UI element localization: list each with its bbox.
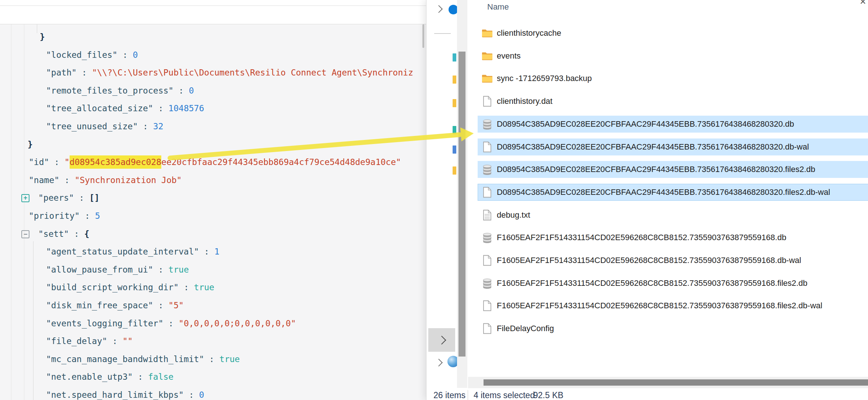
file-row[interactable]: F1605EAF2F1F514331154CD02E596268C8CB8152… [478,252,868,269]
file-icon [482,96,493,107]
json-line: "tree_unused_size" : 32 [46,120,164,133]
status-bar: 26 items 4 items selected 92.5 KB [426,389,868,400]
items-count: 26 items [433,390,465,400]
json-line: "path" : "\\?\C:\Users\Public\Documents\… [46,66,413,79]
json-token: "disk_min_free_space" [46,301,153,310]
database-icon-wrap [481,119,493,130]
file-row[interactable]: debug.txt [478,207,868,224]
folder-icon [482,73,493,84]
file-name: events [497,51,521,61]
database-icon-wrap [481,278,493,289]
file-icon [482,255,493,266]
collapse-node-icon[interactable]: − [21,230,29,238]
json-token: "build_script_working_dir" [46,283,179,292]
json-line: "build_script_working_dir" : true [46,281,214,294]
json-token: "net.enable_utp3" [46,372,133,382]
json-line: } [40,31,45,43]
json-token: : [59,175,75,185]
expand-node-icon[interactable]: + [21,194,29,202]
file-row[interactable]: D08954C385AD9EC028EE20CFBFAAC29F44345EBB… [478,161,868,178]
database-icon-wrap [481,164,493,175]
folder-icon [482,28,493,39]
json-scrollbar-thumb[interactable] [422,24,424,48]
json-token: : [74,193,89,203]
json-token: "events_logging_filter" [46,319,164,328]
file-row[interactable]: D08954C385AD9EC028EE20CFBFAAC29F44345EBB… [478,116,868,133]
indent-guide [37,24,37,33]
file-name: F1605EAF2F1F514331154CD02E596268C8CB8152… [497,278,808,288]
json-token: "priority" [29,211,80,221]
file-name: debug.txt [497,210,530,220]
folder-icon-wrap [481,73,493,84]
json-line: "tree_allocated_size" : 1048576 [46,102,204,115]
nav-peek-button[interactable] [428,328,455,352]
file-row[interactable]: clienthistory.dat [478,93,868,110]
file-list: clienthistorycache events sync -17126597… [426,0,868,372]
chevron-right-icon [437,336,446,344]
file-icon-wrap [481,323,493,334]
file-icon [482,141,493,152]
file-explorer-window: ✕ Name clienthistorycache events sync -1… [426,0,868,400]
json-line: } [28,138,33,151]
json-token: "mc_can_manage_bandwidth_limit" [46,354,204,364]
file-row[interactable]: FileDelayConfig [478,320,868,337]
gutter-line [11,24,11,400]
nav-scrollbar-track[interactable] [457,0,467,388]
json-token: : [153,265,169,274]
selection-count: 4 items selected [474,390,535,400]
file-name: sync -1712659793.backup [497,74,592,83]
gutter-line [24,24,24,400]
file-row[interactable]: F1605EAF2F1F514331154CD02E596268C8CB8152… [478,229,868,246]
json-token: : [69,229,84,239]
file-row[interactable]: sync -1712659793.backup [478,70,868,87]
horizontal-scrollbar-track[interactable] [468,377,868,388]
json-token: : [184,390,199,400]
json-token: "\\?\C:\Users\Public\Documents\Resilio C… [92,68,413,77]
json-line: "events_logging_filter" : "0,0,0,0,0;0,0… [46,317,296,330]
json-token: : [133,372,148,382]
selection-size: 92.5 KB [533,390,563,400]
json-token: "remote_files_to_process" [46,86,173,95]
json-line: +"peers" : [] [21,192,99,204]
json-line: "disk_min_free_space" : "5" [46,299,184,312]
json-token: "" [123,336,133,346]
screen: }"locked_files" : 0"path" : "\\?\C:\User… [0,0,868,400]
file-name: D08954C385AD9EC028EE20CFBFAAC29F44345EBB… [497,142,809,152]
file-name: D08954C385AD9EC028EE20CFBFAAC29F44345EBB… [497,119,794,129]
json-token: "Synchronization Job" [75,175,182,185]
json-line: "net.enable_utp3" : false [46,371,173,383]
json-window-top-strip [0,0,426,6]
json-line: "allow_pause_from_ui" : true [46,263,189,276]
json-token: "file_delay" [46,336,107,346]
file-row[interactable]: F1605EAF2F1F514331154CD02E596268C8CB8152… [478,275,868,292]
folder-icon [482,50,493,62]
json-token: 32 [153,122,164,131]
file-row[interactable]: D08954C385AD9EC028EE20CFBFAAC29F44345EBB… [478,184,868,201]
json-token: "tree_unused_size" [46,122,138,131]
horizontal-scrollbar-thumb[interactable] [484,379,868,386]
json-line: "remote_files_to_process" : 0 [46,84,194,97]
file-icon-wrap [481,96,493,107]
json-token: : [153,103,169,113]
json-token: } [40,32,45,42]
folder-icon-wrap [481,50,493,62]
file-icon-wrap [481,255,493,266]
json-token: [] [89,193,99,203]
json-token: 1 [214,247,219,256]
file-row[interactable]: F1605EAF2F1F514331154CD02E596268C8CB8152… [478,297,868,314]
file-name: clienthistorycache [497,28,561,38]
nav-tree-icon-sliver [453,99,456,107]
close-icon[interactable]: ✕ [860,0,866,7]
json-token: : [107,336,123,346]
json-token: "0,0,0,0,0;0,0,0,0,0,0" [179,319,296,328]
json-token: "agent_status_update_interval" [46,247,199,256]
nav-tree-icon-sliver [453,166,456,175]
json-token: "peers" [38,193,74,203]
file-row[interactable]: clienthistorycache [478,25,868,42]
file-row[interactable]: D08954C385AD9EC028EE20CFBFAAC29F44345EBB… [478,138,868,155]
nav-scrollbar-thumb[interactable] [458,52,465,357]
database-icon [482,119,493,130]
file-row[interactable]: events [478,48,868,64]
file-icon-wrap [481,187,493,198]
json-token: : [173,86,189,95]
